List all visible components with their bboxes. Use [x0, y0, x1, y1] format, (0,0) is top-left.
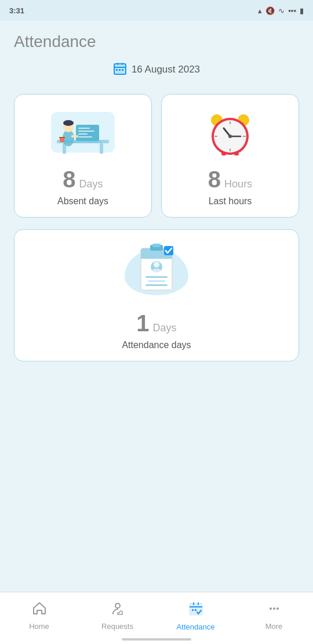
absent-count-row: 8 Days — [63, 167, 103, 193]
nav-attendance[interactable]: Attendance — [167, 600, 225, 631]
svg-rect-41 — [152, 244, 161, 247]
svg-rect-6 — [119, 69, 121, 71]
svg-point-56 — [270, 607, 272, 610]
svg-rect-22 — [60, 138, 64, 142]
desk-illustration — [48, 106, 118, 158]
svg-rect-29 — [230, 149, 231, 151]
svg-rect-46 — [148, 280, 165, 282]
badge-illustration — [130, 241, 183, 302]
attendance-icon-area — [24, 241, 289, 302]
absent-days-card: 8 Days Absent days — [14, 94, 152, 218]
hours-number: 8 — [208, 167, 221, 193]
svg-rect-16 — [78, 136, 92, 138]
svg-point-20 — [63, 120, 74, 126]
date-row: 16 August 2023 — [14, 61, 299, 78]
svg-rect-39 — [141, 255, 172, 259]
signal-icon: ▴ — [258, 6, 262, 15]
svg-rect-23 — [59, 137, 65, 138]
home-icon — [32, 601, 47, 620]
hours-label: Last hours — [209, 196, 252, 207]
svg-rect-5 — [116, 69, 118, 71]
nav-requests-label: Requests — [101, 622, 133, 631]
absent-number: 8 — [63, 167, 75, 193]
status-icons: ▴ 🔇 ∿ ▪▪▪ ▮ — [258, 6, 304, 15]
nav-more[interactable]: More — [245, 601, 303, 631]
svg-rect-28 — [230, 121, 231, 124]
svg-rect-53 — [198, 602, 199, 605]
svg-rect-51 — [190, 606, 202, 607]
calendar-icon — [113, 61, 127, 78]
svg-rect-11 — [100, 143, 103, 154]
network-icon: ▪▪▪ — [288, 6, 296, 15]
nav-more-label: More — [265, 622, 283, 631]
svg-rect-45 — [145, 276, 168, 278]
battery-icon: ▮ — [300, 6, 304, 15]
page-title: Attendance — [14, 32, 299, 51]
cards-top-row: 8 Days Absent days — [14, 94, 299, 218]
attendance-nav-icon — [188, 600, 204, 620]
svg-point-43 — [154, 262, 159, 267]
svg-rect-21 — [71, 135, 78, 138]
hours-unit: Hours — [224, 178, 252, 190]
attendance-number: 1 — [136, 310, 149, 337]
bottom-nav: Home Requests Attendance — [0, 592, 313, 644]
last-hours-icon-area — [171, 106, 289, 158]
svg-rect-36 — [234, 152, 239, 155]
status-bar: 3:31 ▴ 🔇 ∿ ▪▪▪ ▮ — [0, 0, 313, 21]
nav-home-label: Home — [29, 622, 49, 631]
svg-rect-55 — [195, 609, 196, 611]
hours-count-row: 8 Hours — [208, 167, 252, 193]
nav-home[interactable]: Home — [10, 601, 68, 631]
svg-rect-13 — [78, 128, 90, 129]
attendance-label: Attendance days — [122, 340, 191, 350]
main-content: Attendance 16 August 2023 — [0, 21, 313, 592]
svg-rect-3 — [117, 63, 118, 65]
svg-rect-35 — [221, 152, 226, 155]
svg-rect-12 — [76, 125, 99, 141]
nav-attendance-label: Attendance — [177, 623, 215, 631]
last-hours-card: 8 Hours Last hours — [161, 94, 299, 218]
svg-rect-2 — [114, 67, 126, 68]
attendance-count-row: 1 Days — [136, 310, 176, 337]
nav-requests[interactable]: Requests — [89, 601, 147, 631]
svg-point-57 — [273, 607, 275, 610]
svg-rect-47 — [145, 284, 168, 286]
clock-illustration — [204, 106, 256, 158]
svg-rect-31 — [243, 136, 246, 137]
svg-rect-52 — [193, 602, 194, 605]
mute-icon: 🔇 — [265, 6, 275, 15]
attendance-unit: Days — [153, 322, 177, 334]
badge-blob — [130, 241, 183, 302]
absent-days-icon-area — [24, 106, 142, 158]
svg-rect-4 — [122, 63, 123, 65]
bottom-handle — [122, 638, 191, 641]
svg-rect-17 — [74, 141, 101, 143]
svg-rect-15 — [78, 133, 88, 135]
status-time: 3:31 — [9, 6, 24, 15]
svg-point-49 — [115, 603, 120, 608]
svg-point-44 — [152, 269, 161, 274]
svg-rect-54 — [192, 609, 194, 611]
requests-icon — [110, 601, 125, 620]
more-icon — [267, 601, 282, 620]
svg-rect-14 — [78, 131, 94, 132]
absent-label: Absent days — [57, 196, 108, 207]
attendance-card-wrapper: 1 Days Attendance days — [14, 229, 299, 361]
date-label: 16 August 2023 — [132, 64, 200, 75]
svg-point-34 — [228, 135, 232, 138]
wifi-icon: ∿ — [278, 6, 285, 15]
absent-unit: Days — [79, 178, 103, 190]
svg-rect-7 — [122, 69, 123, 71]
svg-rect-30 — [214, 136, 217, 137]
svg-point-58 — [276, 607, 279, 610]
attendance-days-card: 1 Days Attendance days — [14, 229, 299, 361]
